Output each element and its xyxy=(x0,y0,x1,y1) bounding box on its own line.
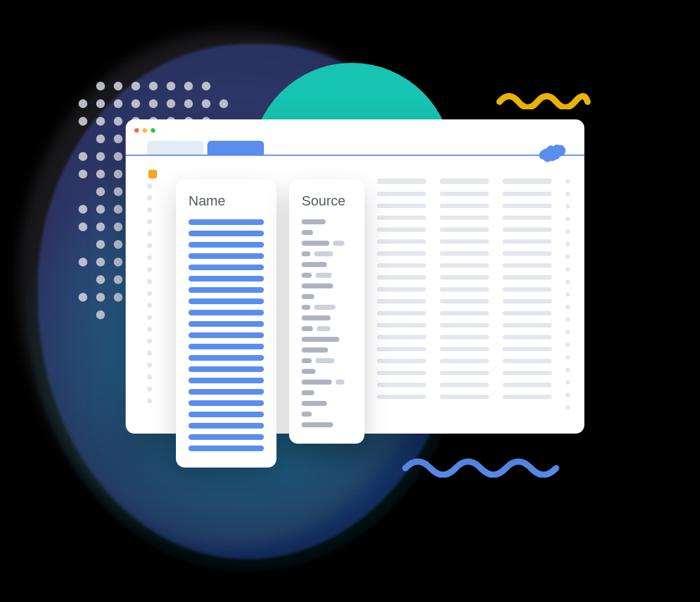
column-header-source: Source xyxy=(302,193,352,209)
column-header-name: Name xyxy=(189,193,264,209)
row-selection-marker xyxy=(148,170,157,178)
close-icon xyxy=(134,128,139,133)
window-traffic-lights xyxy=(126,119,584,141)
background-columns xyxy=(377,178,570,410)
squiggle-blue-icon xyxy=(402,452,566,478)
row-bullets xyxy=(147,183,152,403)
source-column-rows xyxy=(302,219,352,427)
maximize-icon xyxy=(151,128,155,133)
tab-bar xyxy=(126,141,584,156)
column-card-source: Source xyxy=(289,179,364,444)
column-card-name: Name xyxy=(176,179,276,468)
table-skeleton xyxy=(126,156,584,181)
tab-inactive[interactable] xyxy=(147,141,204,155)
squiggle-yellow-icon xyxy=(496,88,591,109)
name-column-rows xyxy=(189,219,264,451)
tab-active[interactable] xyxy=(207,141,264,155)
minimize-icon xyxy=(143,128,147,133)
